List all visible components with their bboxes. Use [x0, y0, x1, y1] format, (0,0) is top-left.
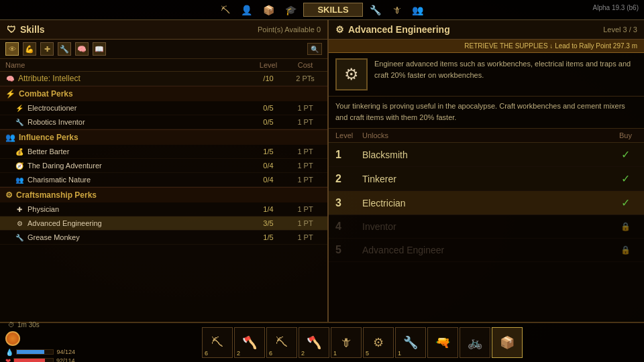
tab-icon-5[interactable]: 🔧: [366, 5, 385, 15]
left-panel-header: 🛡 Skills Point(s) Available 0: [0, 20, 327, 40]
skill-grease-monkey[interactable]: 🔧 Grease Monkey 1/5 1 PT: [0, 231, 327, 245]
physician-cost: 1 PT: [288, 205, 322, 213]
stamina-value: 94/124: [56, 349, 75, 355]
skill-robotics-inventor[interactable]: 🔧 Robotics Inventor 0/5 1 PT: [0, 115, 327, 129]
unlock-buy-2: ✓: [614, 172, 637, 185]
intellect-icon: 🧠: [5, 74, 15, 83]
filter-intellect[interactable]: 🧠: [75, 42, 89, 56]
health-value: 92/114: [56, 357, 75, 362]
skills-panel-title: 🛡 Skills: [7, 24, 45, 35]
unlock-row-5: 5 Advanced Engineer 🔒: [329, 239, 644, 262]
unlock-level-5: 5: [335, 244, 356, 256]
filter-eye[interactable]: 👁: [5, 42, 19, 56]
right-detail-panel: ⚙ Advanced Engineering Level 3 / 3 RETRI…: [329, 20, 644, 322]
hotbar-count-4: 2: [301, 350, 305, 357]
hotbar-icon-5: 🗡: [340, 336, 352, 350]
category-craftsmanship: ⚙ Craftsmanship Perks: [0, 187, 327, 202]
attribute-intellect-level: /10: [248, 74, 288, 82]
skills-table-header: Name Level Cost: [0, 59, 327, 72]
skill-daring-adventurer[interactable]: 🧭 The Daring Adventurer 0/4 1 PT: [0, 159, 327, 173]
health-bar-bg: [13, 358, 54, 362]
skill-description-primary: Engineer advanced items such as workbenc…: [374, 58, 637, 90]
hotbar-icon-6: ⚙: [373, 335, 384, 350]
hotbar-slot-1[interactable]: ⛏ 6: [202, 327, 233, 358]
health-bar: ❤ 92/114: [5, 357, 75, 363]
skill-advanced-engineering[interactable]: ⚙ Advanced Engineering 3/5 1 PT: [0, 217, 327, 231]
unlock-row-2[interactable]: 2 Tinkerer ✓: [329, 167, 644, 191]
timer-value: 1m 30s: [17, 321, 40, 328]
hotbar-slot-6[interactable]: ⚙ 5: [363, 327, 394, 358]
hotbar-slot-9[interactable]: 🚲: [460, 327, 490, 358]
hotbar-slot-8[interactable]: 🔫: [427, 327, 458, 358]
hotbar-slot-2[interactable]: 🪓 2: [234, 327, 265, 358]
hotbar: ⛏ 6 🪓 2 ⛏ 6 🪓 2 🗡 1 ⚙ 5 🔧 1 🔫: [80, 327, 644, 358]
quest-banner: RETRIEVE THE SUPPLIES ↓ Lead to Rally Po…: [329, 40, 644, 53]
right-panel-level: Level 3 / 3: [603, 25, 637, 34]
filter-strength[interactable]: 💪: [23, 42, 36, 56]
attribute-intellect-row[interactable]: 🧠 Attribute: Intellect /10 2 PTs: [0, 72, 327, 86]
adventurer-cost: 1 PT: [288, 162, 322, 170]
timer-icon: ⏱: [8, 321, 15, 328]
unlock-row-1[interactable]: 1 Blacksmith ✓: [329, 143, 644, 167]
filter-tool[interactable]: 🔧: [58, 42, 71, 56]
hotbar-icon-8: 🔫: [435, 335, 450, 350]
right-panel-header: ⚙ Advanced Engineering Level 3 / 3: [329, 20, 644, 40]
hotbar-slot-5[interactable]: 🗡 1: [331, 327, 362, 358]
electrocutioner-name: ⚡ Electrocutioner: [15, 103, 248, 113]
unlocks-table-header: Level Unlocks Buy: [329, 129, 644, 143]
top-navigation-bar: ⛏ 👤 📦 🎓 SKILLS 🔧 🗡 👥 Alpha 19.3 (b6): [0, 0, 644, 20]
stamina-bar-bg: [16, 349, 54, 355]
col-header-level: Level: [248, 61, 288, 69]
filter-row: 👁 💪 ✚ 🔧 🧠 📖 🔍: [0, 40, 327, 59]
category-influence: 👥 Influence Perks: [0, 129, 327, 145]
unlock-name-5: Advanced Engineer: [356, 245, 614, 255]
tab-skills[interactable]: SKILLS: [303, 3, 362, 17]
skill-physician[interactable]: ✚ Physician 1/4 1 PT: [0, 202, 327, 217]
skill-description-area: ⚙ Engineer advanced items such as workbe…: [329, 53, 644, 97]
skill-better-barter[interactable]: 💰 Better Barter 1/5 1 PT: [0, 145, 327, 159]
engineering-cost: 1 PT: [288, 219, 322, 227]
tab-icon-7[interactable]: 👥: [408, 5, 427, 15]
attribute-intellect-cost: 2 PTs: [288, 74, 322, 82]
hotbar-slot-10[interactable]: 📦: [492, 327, 523, 358]
tab-icon-4[interactable]: 🎓: [281, 5, 301, 15]
filter-book[interactable]: 📖: [93, 42, 106, 56]
points-available: Point(s) Available 0: [258, 25, 321, 34]
grease-monkey-level: 1/5: [248, 233, 288, 241]
hotbar-icon-3: ⛏: [276, 336, 288, 350]
tab-icon-3[interactable]: 📦: [259, 5, 278, 15]
unlock-level-1: 1: [335, 149, 356, 161]
hotbar-slot-7[interactable]: 🔧 1: [395, 327, 426, 358]
tab-icon-2[interactable]: 👤: [237, 5, 256, 15]
hotbar-icon-1: ⛏: [211, 336, 223, 350]
hotbar-slot-3[interactable]: ⛏ 6: [266, 327, 297, 358]
physician-icon: ✚: [15, 204, 24, 214]
grease-monkey-icon: 🔧: [15, 233, 24, 242]
bottom-stats: ⏱ 1m 30s 💧 94/124 ❤ 92/114: [0, 318, 80, 363]
skills-table: 🧠 Attribute: Intellect /10 2 PTs ⚡ Comba…: [0, 72, 327, 322]
adventurer-level: 0/4: [248, 162, 288, 170]
hotbar-count-2: 2: [237, 350, 240, 357]
hotbar-count-5: 1: [333, 350, 337, 357]
unlock-row-3[interactable]: 3 Electrician ✓: [329, 191, 644, 215]
charismatic-nature-name: 👥 Charismatic Nature: [15, 175, 248, 184]
health-icon: ❤: [5, 357, 11, 363]
tab-icon-6[interactable]: 🗡: [388, 5, 405, 15]
search-box[interactable]: 🔍: [307, 43, 322, 55]
unlock-name-3: Electrician: [356, 198, 614, 208]
unlock-level-4: 4: [335, 221, 356, 233]
skill-electrocutioner[interactable]: ⚡ Electrocutioner 0/5 1 PT: [0, 101, 327, 115]
skill-charismatic-nature[interactable]: 👥 Charismatic Nature 0/4 1 PT: [0, 173, 327, 187]
barter-cost: 1 PT: [288, 147, 322, 156]
advanced-engineering-name: ⚙ Advanced Engineering: [15, 219, 248, 228]
filter-health[interactable]: ✚: [40, 42, 54, 56]
adventurer-icon: 🧭: [15, 161, 24, 170]
unlock-name-4: Inventor: [356, 221, 614, 232]
hotbar-count-1: 6: [205, 350, 208, 357]
hotbar-icon-2: 🪓: [242, 335, 257, 350]
main-content: 🛡 Skills Point(s) Available 0 👁 💪 ✚ 🔧 🧠 …: [0, 20, 644, 322]
charismatic-level: 0/4: [248, 176, 288, 184]
hotbar-slot-4[interactable]: 🪓 2: [299, 327, 329, 358]
timer-display: ⏱ 1m 30s: [5, 321, 75, 328]
tab-icon-1[interactable]: ⛏: [217, 5, 234, 15]
